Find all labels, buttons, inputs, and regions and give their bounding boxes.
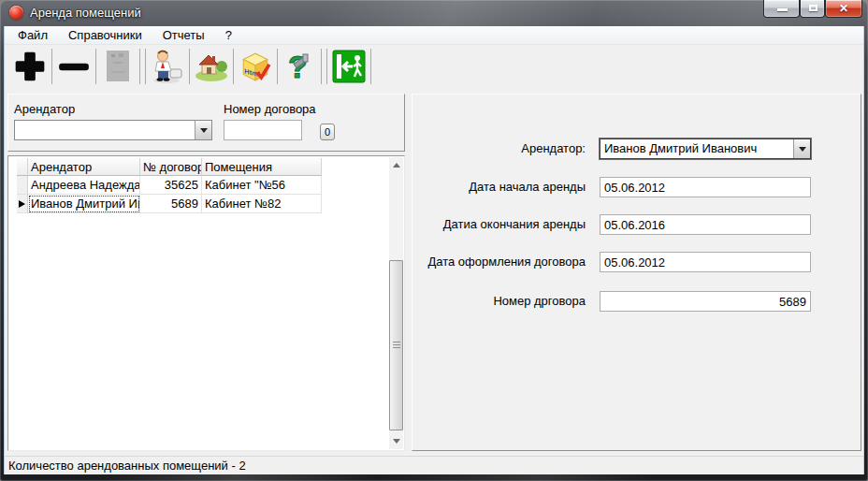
- detail-start-date-input[interactable]: [600, 177, 811, 197]
- detail-row-tenant: Арендатор: Иванов Дмитрий Иванович: [422, 138, 833, 159]
- toolbar-separator: [189, 49, 190, 84]
- menu-file[interactable]: Файл: [7, 26, 58, 44]
- filter-tenant-combobox-value: [15, 121, 195, 139]
- minimize-icon: [777, 8, 788, 11]
- save-record-button-disabled[interactable]: [97, 47, 138, 86]
- toolbar-separator: [139, 49, 140, 84]
- arrow-up-icon: [393, 163, 400, 168]
- exit-button[interactable]: [328, 47, 369, 86]
- detail-row-end-date: Датиа окончания аренды: [422, 214, 833, 235]
- help-question-icon: ?: [282, 49, 316, 84]
- detail-row-start-date: Дата начала аренды: [422, 177, 833, 197]
- cell-tenant[interactable]: Андреева Надежда Де: [28, 176, 140, 195]
- filter-tenant-combobox[interactable]: [14, 120, 212, 140]
- filter-contract-input[interactable]: [224, 120, 302, 140]
- toolbar-separator: [51, 49, 52, 84]
- grid-header-tenant[interactable]: Арендатор: [28, 158, 140, 176]
- menu-help[interactable]: ?: [215, 26, 242, 44]
- detail-end-date-input[interactable]: [600, 214, 811, 235]
- premises-directory-button[interactable]: [191, 47, 232, 86]
- toolbar-separator: [370, 49, 371, 84]
- tenants-directory-button[interactable]: [147, 47, 188, 86]
- delete-record-button[interactable]: [53, 47, 94, 86]
- scrollbar-thumb[interactable]: [389, 260, 403, 430]
- detail-tenant-dropdown-button[interactable]: [793, 139, 810, 158]
- filter-contract-label: Номер договора: [224, 102, 316, 116]
- grid-header-premise[interactable]: Помещения: [202, 158, 322, 176]
- detail-row-contract-number: Номер дрговора: [422, 291, 833, 312]
- detail-issue-date-label: Дата оформления договора: [422, 252, 586, 272]
- grid-vertical-scrollbar[interactable]: [389, 157, 403, 449]
- chevron-down-icon: [799, 147, 806, 152]
- detail-tenant-combobox[interactable]: Иванов Дмитрий Иванович: [600, 138, 811, 159]
- status-bar: Количество арендованных помещений - 2: [5, 456, 863, 474]
- cell-premise[interactable]: Кабинет №82: [202, 195, 322, 213]
- detail-issue-date-input[interactable]: [600, 252, 811, 272]
- table-row[interactable]: Андреева Надежда Де 35625 Кабинет "№56: [17, 176, 322, 195]
- arrow-down-icon: [393, 439, 400, 444]
- detail-start-date-label: Дата начала аренды: [422, 177, 586, 197]
- scrollbar-up-button[interactable]: [389, 157, 403, 173]
- close-icon: ✕: [826, 2, 861, 15]
- current-row-pointer-icon: [19, 200, 25, 208]
- detail-tenant-label: Арендатор:: [422, 138, 586, 159]
- tenants-grid: Арендатор № договора Помещения Андреева …: [17, 158, 322, 213]
- toolbar-separator: [326, 49, 327, 84]
- html-report-button[interactable]: Html: [235, 47, 276, 86]
- maximize-icon: [809, 5, 817, 11]
- detail-contract-number-label: Номер дрговора: [422, 291, 586, 312]
- scrollbar-grip: [393, 342, 400, 349]
- detail-contract-number-input[interactable]: [600, 291, 811, 312]
- add-record-button[interactable]: [9, 47, 51, 86]
- toolbar-separator: [233, 49, 234, 84]
- filter-panel: Арендатор Номер договора 0: [7, 94, 405, 152]
- cell-premise[interactable]: Кабинет "№56: [202, 176, 322, 195]
- exit-door-icon: [332, 50, 366, 83]
- html-report-icon: Html: [239, 51, 271, 82]
- plus-icon: [13, 50, 47, 83]
- premises-house-icon: [194, 51, 229, 82]
- grid-header-row: Арендатор № договора Помещения: [17, 158, 322, 176]
- tenants-grid-panel: Арендатор № договора Помещения Андреева …: [7, 155, 405, 451]
- chevron-down-icon: [200, 128, 208, 133]
- close-button[interactable]: ✕: [825, 0, 862, 18]
- toolbar-separator: [95, 49, 96, 84]
- detail-row-issue-date: Дата оформления договора: [422, 252, 833, 272]
- menu-directories[interactable]: Справочники: [58, 26, 152, 44]
- detail-tenant-combobox-value: Иванов Дмитрий Иванович: [600, 139, 793, 158]
- cell-contract[interactable]: 35625: [140, 176, 202, 195]
- tenant-person-icon: [151, 49, 184, 84]
- help-button[interactable]: ?: [279, 47, 320, 86]
- filter-tenant-dropdown-button[interactable]: [195, 121, 211, 139]
- toolbar-separator: [145, 49, 146, 84]
- maximize-button[interactable]: [800, 0, 825, 18]
- app-icon: [9, 6, 23, 20]
- zero-button[interactable]: 0: [320, 124, 335, 140]
- row-indicator-cell: [17, 176, 28, 195]
- cell-contract[interactable]: 5689: [140, 195, 202, 213]
- client-area: Файл Справочники Отчеты ?: [4, 26, 864, 474]
- menu-reports[interactable]: Отчеты: [152, 26, 215, 44]
- grid-header-contract[interactable]: № договора: [140, 158, 202, 176]
- window-title: Аренда помещений: [30, 6, 141, 20]
- minus-icon: [57, 50, 91, 83]
- minimize-button[interactable]: [763, 0, 800, 18]
- grid-indicator-header: [17, 158, 28, 176]
- scrollbar-down-button[interactable]: [389, 433, 403, 449]
- app-window: Аренда помещений ✕ Файл Справочники Отче…: [0, 0, 868, 481]
- cell-tenant[interactable]: Иванов Дмитрий Иван: [28, 195, 140, 213]
- menu-bar: Файл Справочники Отчеты ?: [5, 26, 863, 45]
- detail-end-date-label: Датиа окончания аренды: [422, 214, 586, 235]
- disabled-document-icon: [104, 49, 132, 84]
- title-bar: Аренда помещений ✕: [0, 0, 868, 26]
- status-text: Количество арендованных помещений - 2: [8, 459, 246, 473]
- table-row-selected[interactable]: Иванов Дмитрий Иван 5689 Кабинет №82: [17, 195, 322, 213]
- row-indicator-cell: [17, 195, 28, 213]
- toolbar: Html ?: [5, 45, 863, 88]
- filter-tenant-label: Арендатор: [14, 102, 75, 116]
- toolbar-separator: [321, 49, 322, 84]
- detail-panel: Арендатор: Иванов Дмитрий Иванович Дата …: [412, 94, 861, 451]
- toolbar-separator: [277, 49, 278, 84]
